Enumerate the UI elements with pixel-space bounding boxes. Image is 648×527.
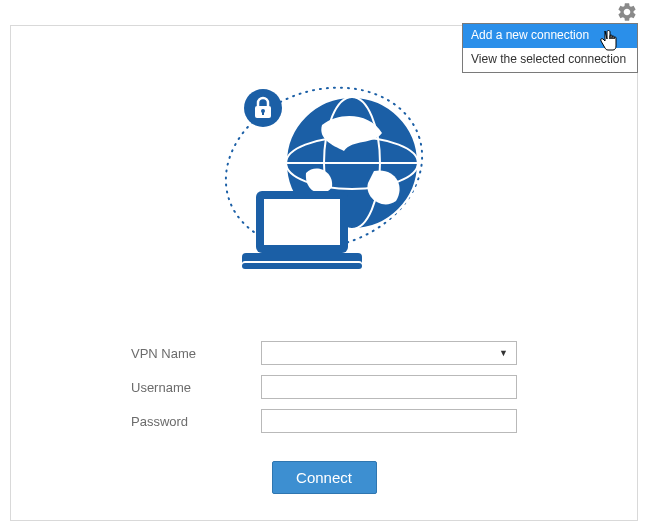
password-input[interactable] — [261, 409, 517, 433]
menu-item-add-connection[interactable]: Add a new connection — [463, 24, 637, 48]
laptop-icon — [242, 191, 362, 269]
vpn-name-select[interactable]: ▼ — [261, 341, 517, 365]
username-input[interactable] — [261, 375, 517, 399]
menu-item-view-connection[interactable]: View the selected connection — [463, 48, 637, 72]
settings-menu: Add a new connection View the selected c… — [462, 23, 638, 73]
vpn-illustration — [204, 71, 444, 276]
vpn-form: VPN Name ▼ Username Password — [11, 341, 637, 443]
username-label: Username — [131, 380, 261, 395]
svg-rect-9 — [262, 111, 264, 115]
password-label: Password — [131, 414, 261, 429]
lock-icon — [244, 89, 282, 127]
vpn-panel: VPN Name ▼ Username Password Connect — [10, 25, 638, 521]
gear-icon[interactable] — [616, 1, 638, 23]
connect-button[interactable]: Connect — [272, 461, 377, 494]
svg-rect-14 — [242, 263, 362, 269]
chevron-down-icon: ▼ — [499, 348, 508, 358]
vpn-name-label: VPN Name — [131, 346, 261, 361]
svg-rect-11 — [264, 199, 340, 245]
